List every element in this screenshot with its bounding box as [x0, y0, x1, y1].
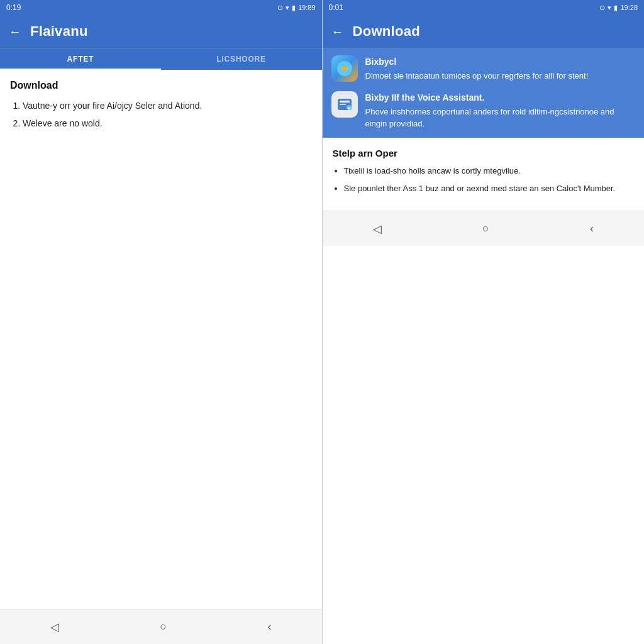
highlight-item-1-desc: Dimoet sle intaoatun tumices op vour reg… — [365, 70, 589, 82]
left-tab-aftet[interactable]: AFTET — [0, 48, 161, 70]
right-app-bar: ← Download — [323, 15, 645, 48]
left-status-icons: ⊙ ▾ ▮ 19:89 — [277, 4, 316, 12]
right-nav-recent[interactable]: ‹ — [584, 219, 600, 238]
left-wifi-icon: ▾ — [286, 4, 289, 12]
right-highlight-section: Bixbycl Dimoet sle intaoatun tumices op … — [323, 48, 645, 138]
left-nav-home[interactable]: ○ — [153, 618, 173, 636]
bullet-item-1: Tixelil is load-sho holls ancaw is cortl… — [344, 165, 635, 178]
right-white-heading: Stelp arn Oper — [333, 148, 635, 158]
left-right-time: 19:89 — [298, 4, 316, 11]
right-battery-icon: ▮ — [614, 4, 618, 12]
left-nav-back[interactable]: ◁ — [44, 618, 65, 636]
highlight-item-1-title: Bixbycl — [365, 55, 589, 69]
right-right-time: 19:28 — [620, 4, 638, 11]
left-content-heading: Download — [10, 80, 312, 91]
highlight-item-1: Bixbycl Dimoet sle intaoatun tumices op … — [331, 55, 636, 82]
right-bullet-list: Tixelil is load-sho holls ancaw is cortl… — [333, 165, 635, 196]
right-app-title: Download — [353, 23, 421, 40]
left-content-list: Vautne-y orr your fire Ai/ojcy Seler and… — [10, 99, 312, 131]
left-battery-icon: ▮ — [292, 4, 296, 12]
bullet-item-2: Sle pounlet ther Ass 1 buz and or aexnd … — [344, 182, 635, 196]
right-phone-screen: 0:01 ⊙ ▾ ▮ 19:28 ← Download Bixbycl Dim — [322, 0, 645, 644]
right-white-content: Stelp arn Oper Tixelil is load-sho holls… — [323, 138, 645, 211]
right-nav-home[interactable]: ○ — [476, 219, 496, 238]
list-item: Vautne-y orr your fire Ai/ojcy Seler and… — [23, 99, 312, 113]
left-nav-recent[interactable]: ‹ — [261, 618, 277, 636]
list-item: Weleve are no wold. — [23, 116, 312, 130]
left-app-title: Flaivanu — [30, 23, 88, 40]
left-time: 0:19 — [6, 3, 21, 12]
svg-point-1 — [342, 66, 347, 71]
right-back-button[interactable]: ← — [331, 25, 344, 39]
right-nav-back[interactable]: ◁ — [367, 219, 388, 238]
left-content: Download Vautne-y orr your fire Ai/ojcy … — [0, 70, 322, 609]
right-status-bar: 0:01 ⊙ ▾ ▮ 19:28 — [323, 0, 645, 15]
svg-rect-3 — [340, 101, 350, 103]
highlight-item-2-desc: Phove inshhornes coportunal anders for r… — [365, 106, 636, 130]
svg-text:▶: ▶ — [347, 106, 350, 110]
bixby1-icon — [331, 55, 358, 82]
left-back-button[interactable]: ← — [9, 25, 21, 39]
right-status-icons: ⊙ ▾ ▮ 19:28 — [599, 4, 638, 12]
highlight-item-2-text: Bixby IIf the Voice Assistant. Phove ins… — [365, 91, 636, 130]
right-wifi-icon: ▾ — [608, 4, 611, 12]
right-time: 0:01 — [329, 3, 343, 12]
left-nav-bar: ◁ ○ ‹ — [0, 609, 322, 644]
left-signal-icon: ⊙ — [277, 4, 283, 12]
left-status-bar: 0:19 ⊙ ▾ ▮ 19:89 — [0, 0, 322, 15]
highlight-item-1-text: Bixbycl Dimoet sle intaoatun tumices op … — [365, 55, 589, 82]
right-signal-icon: ⊙ — [599, 4, 605, 12]
left-app-bar: ← Flaivanu — [0, 15, 322, 48]
left-tabs: AFTET LICSHOORE — [0, 48, 322, 70]
left-tab-licshoore[interactable]: LICSHOORE — [161, 48, 322, 70]
highlight-item-2: ▶ Bixby IIf the Voice Assistant. Phove i… — [331, 91, 636, 130]
highlight-item-2-title: Bixby IIf the Voice Assistant. — [365, 91, 636, 104]
bixby2-icon: ▶ — [331, 91, 358, 118]
left-phone-screen: 0:19 ⊙ ▾ ▮ 19:89 ← Flaivanu AFTET LICSHO… — [0, 0, 322, 644]
right-nav-bar: ◁ ○ ‹ — [323, 211, 645, 246]
svg-rect-4 — [340, 104, 346, 105]
